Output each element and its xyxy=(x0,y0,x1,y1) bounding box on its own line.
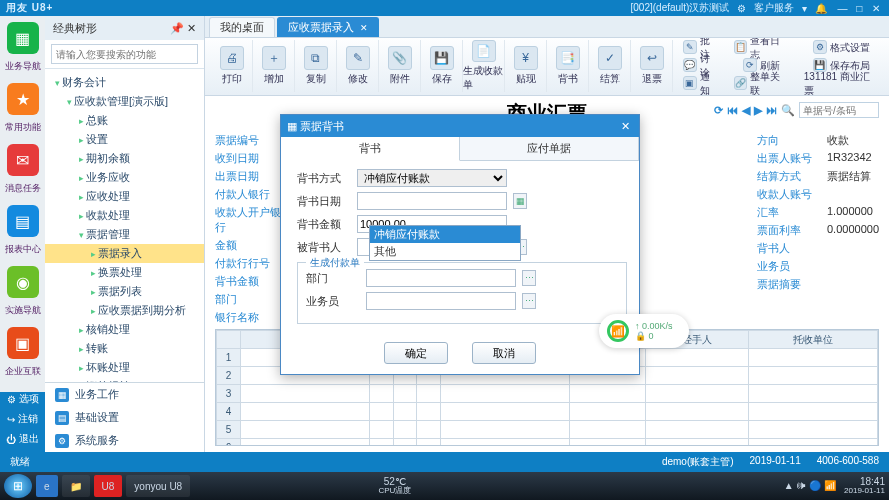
date-picker-icon[interactable]: ▦ xyxy=(513,193,527,209)
dialog-titlebar[interactable]: ▦ 票据背书 ✕ xyxy=(281,115,639,137)
tree-header: 经典树形 📌 ✕ xyxy=(45,16,204,40)
ribbon-修改[interactable]: ✎修改 xyxy=(337,40,379,92)
tree-node[interactable]: ▸票据列表 xyxy=(45,282,204,301)
tree-body: ▾财务会计▾应收款管理[演示版]▸总账▸设置▸期初余额▸业务应收▸应收处理▸收款… xyxy=(45,69,204,382)
network-widget[interactable]: 📶 ↑ 0.00K/s 🔒 0 xyxy=(599,314,689,348)
nav-next-icon[interactable]: ▶ xyxy=(754,104,762,117)
endorse-date-input[interactable] xyxy=(357,192,507,210)
nav-prev-icon[interactable]: ◀ xyxy=(742,104,750,117)
ribbon-退票[interactable]: ↩退票 xyxy=(631,40,673,92)
endorse-mode-dropdown[interactable]: 冲销应付账款 其他 xyxy=(369,225,521,261)
gen-payment-fieldset: 生成付款单 部门 ⋯ 业务员 ⋯ xyxy=(297,262,627,324)
tree-node[interactable]: ▾应收款管理[演示版] xyxy=(45,92,204,111)
ribbon-生成收款单[interactable]: 📄生成收款单 xyxy=(463,40,505,92)
ribbon-背书[interactable]: 📑背书 xyxy=(547,40,589,92)
pin-icon[interactable]: 📌 xyxy=(170,22,184,34)
taskbar-app[interactable]: yonyou U8 xyxy=(126,475,190,497)
tree-node[interactable]: ▸票据录入 xyxy=(45,244,204,263)
context-label: [002](default)汉苏测试 xyxy=(631,1,730,15)
tree-footer: ▦业务工作 ▤基础设置 ⚙系统服务 xyxy=(45,382,204,452)
tree-node[interactable]: ▾票据管理 xyxy=(45,225,204,244)
nav-message-icon[interactable]: ✉ xyxy=(7,144,39,176)
customer-service-link[interactable]: 客户服务 xyxy=(754,1,794,15)
tree-search-input[interactable] xyxy=(51,44,198,64)
status-user: demo(账套主管) xyxy=(662,455,734,469)
nav-ent-icon[interactable]: ▣ xyxy=(7,327,39,359)
ok-button[interactable]: 确定 xyxy=(384,342,448,364)
tree-node[interactable]: ▸总账 xyxy=(45,111,204,130)
ribbon-增加[interactable]: ＋增加 xyxy=(253,40,295,92)
ribbon-template[interactable]: 131181 商业汇票 xyxy=(800,76,883,92)
ribbon-复制[interactable]: ⧉复制 xyxy=(295,40,337,92)
tree-foot-sys[interactable]: ⚙系统服务 xyxy=(45,429,204,452)
gear-icon[interactable]: ⚙ xyxy=(737,3,746,14)
taskbar-u8[interactable]: U8 xyxy=(94,475,123,497)
left-options[interactable]: ⚙ 选项 xyxy=(7,392,39,406)
tab-bill-entry[interactable]: 应收票据录入✕ xyxy=(277,17,379,37)
left-exit[interactable]: ⏻ 退出 xyxy=(6,432,39,446)
window-close-icon[interactable]: ✕ xyxy=(869,3,883,14)
nav-report-icon[interactable]: ▤ xyxy=(7,205,39,237)
staff-input[interactable] xyxy=(366,292,516,310)
nav-common-icon[interactable]: ★ xyxy=(7,83,39,115)
tree-node[interactable]: ▸收款处理 xyxy=(45,206,204,225)
endorse-dialog: ▦ 票据背书 ✕ 背书 应付单据 背书方式 冲销应付账款 背书日期 ▦ 背书金额… xyxy=(280,114,640,375)
nav-impl-icon[interactable]: ◉ xyxy=(7,266,39,298)
status-tel: 4006-600-588 xyxy=(817,455,879,469)
tray-icons[interactable]: ▲ 🕪 🔵 📶 xyxy=(784,480,836,491)
status-date: 2019-01-11 xyxy=(750,455,801,469)
ribbon-结算[interactable]: ✓结算 xyxy=(589,40,631,92)
nav-business-icon[interactable]: ▦ xyxy=(7,22,39,54)
ribbon-打印[interactable]: 🖨打印 xyxy=(211,40,253,92)
window-min-icon[interactable]: — xyxy=(835,3,849,14)
dropdown-option-sel[interactable]: 冲销应付账款 xyxy=(370,226,520,243)
tree-close-icon[interactable]: ✕ xyxy=(187,22,196,34)
tab-desktop[interactable]: 我的桌面 xyxy=(209,17,275,37)
tree-node[interactable]: ▸换票处理 xyxy=(45,263,204,282)
ribbon-附件[interactable]: 📎附件 xyxy=(379,40,421,92)
left-logout[interactable]: ↪ 注销 xyxy=(7,412,38,426)
tree-node[interactable]: ▸核销处理 xyxy=(45,320,204,339)
ribbon-贴现[interactable]: ¥贴现 xyxy=(505,40,547,92)
tree-node[interactable]: ▸转账 xyxy=(45,339,204,358)
status-bar: 就绪 demo(账套主管) 2019-01-11 4006-600-588 xyxy=(0,452,889,472)
record-navigator: ⟳ ⏮ ◀ ▶ ⏭ 🔍 xyxy=(714,102,879,118)
ribbon-toolbar: 🖨打印＋增加⧉复制✎修改📎附件💾保存📄生成收款单¥贴现📑背书✓结算↩退票 ✎批注… xyxy=(205,38,889,96)
staff-lookup-icon[interactable]: ⋯ xyxy=(522,293,536,309)
ribbon-log[interactable]: 📋查看日志 xyxy=(730,40,794,56)
tree-node[interactable]: ▸期初余额 xyxy=(45,149,204,168)
ribbon-link[interactable]: 🔗整单关联 xyxy=(730,76,794,92)
taskbar-folder[interactable]: 📁 xyxy=(62,475,90,497)
tree-foot-work[interactable]: ▦业务工作 xyxy=(45,383,204,406)
tree-node[interactable]: ▾财务会计 xyxy=(45,73,204,92)
record-search-input[interactable] xyxy=(799,102,879,118)
window-max-icon[interactable]: □ xyxy=(852,3,866,14)
dialog-close-icon[interactable]: ✕ xyxy=(617,120,633,133)
tree-node[interactable]: ▸坏账处理 xyxy=(45,358,204,377)
dialog-tab-endorse[interactable]: 背书 xyxy=(281,137,460,161)
dept-lookup-icon[interactable]: ⋯ xyxy=(522,270,536,286)
tree-node[interactable]: ▸应收处理 xyxy=(45,187,204,206)
nav-last-icon[interactable]: ⏭ xyxy=(766,104,777,116)
cancel-button[interactable]: 取消 xyxy=(472,342,536,364)
dialog-tab-payable[interactable]: 应付单据 xyxy=(460,137,639,160)
tree-foot-base[interactable]: ▤基础设置 xyxy=(45,406,204,429)
dropdown-option[interactable]: 其他 xyxy=(370,243,520,260)
dept-input[interactable] xyxy=(366,269,516,287)
nav-refresh-icon[interactable]: ⟳ xyxy=(714,104,723,117)
nav-first-icon[interactable]: ⏮ xyxy=(727,104,738,116)
tree-node[interactable]: ▸设置 xyxy=(45,130,204,149)
endorse-mode-select[interactable]: 冲销应付账款 xyxy=(357,169,507,187)
tree-node[interactable]: ▸业务应收 xyxy=(45,168,204,187)
ribbon-notify[interactable]: ▣通知 xyxy=(679,76,724,92)
tab-close-icon[interactable]: ✕ xyxy=(360,23,368,33)
left-nav-rail: ▦业务导航 ★常用功能 ✉消息任务 ▤报表中心 ◉实施导航 ▣企业互联 xyxy=(0,16,45,452)
search-icon[interactable]: 🔍 xyxy=(781,104,795,117)
dialog-icon: ▦ xyxy=(287,120,297,133)
start-button[interactable]: ⊞ xyxy=(4,474,32,498)
bell-icon[interactable]: 🔔 xyxy=(815,3,827,14)
tree-node[interactable]: ▸应收票据到期分析 xyxy=(45,301,204,320)
taskbar-ie[interactable]: e xyxy=(36,475,58,497)
ribbon-保存[interactable]: 💾保存 xyxy=(421,40,463,92)
ribbon-format[interactable]: ⚙格式设置 xyxy=(800,40,883,56)
